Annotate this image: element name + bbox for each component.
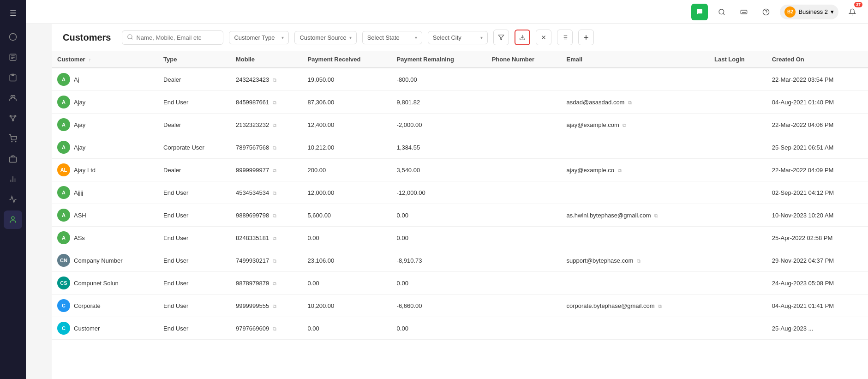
customer-cell: A ASs xyxy=(52,227,158,249)
svg-line-13 xyxy=(13,117,15,120)
export-button[interactable] xyxy=(515,30,530,45)
business-selector[interactable]: B2 Business 2 ▾ xyxy=(780,5,838,19)
table-row[interactable]: A ASH End User9889699798 ⧉5,600.000.00as… xyxy=(52,204,868,227)
svg-point-15 xyxy=(15,141,16,142)
last-login-cell xyxy=(709,159,766,181)
select-state-filter[interactable]: Select State ▾ xyxy=(362,31,422,44)
last-login-cell xyxy=(709,272,766,295)
table-row[interactable]: A Ajay Corporate User7897567568 ⧉10,212.… xyxy=(52,136,868,159)
copy-mobile-icon[interactable]: ⧉ xyxy=(273,326,276,332)
copy-mobile-icon[interactable]: ⧉ xyxy=(273,77,276,83)
payment-received-cell: 12,000.00 xyxy=(302,181,391,204)
sidebar-item-home[interactable] xyxy=(4,28,22,46)
mobile-cell: 2432423423 ⧉ xyxy=(230,68,302,91)
type-cell: End User xyxy=(158,181,230,204)
payment-remaining-cell: 9,801.82 xyxy=(391,91,486,114)
sidebar-hamburger[interactable]: ☰ xyxy=(4,4,22,22)
payment-remaining-cell: -6,660.00 xyxy=(391,295,486,317)
table-row[interactable]: CS Compunet Solun End User9878979879 ⧉0.… xyxy=(52,272,868,295)
email-cell xyxy=(561,136,709,159)
table-row[interactable]: A Ajay End User8459987661 ⧉87,306.009,80… xyxy=(52,91,868,114)
table-row[interactable]: C Customer End User9797669609 ⧉0.000.002… xyxy=(52,317,868,340)
table-row[interactable]: A Ajjjj End User4534534534 ⧉12,000.00-12… xyxy=(52,181,868,204)
table-row[interactable]: A ASs End User8248335181 ⧉0.000.0025-Apr… xyxy=(52,227,868,249)
col-customer[interactable]: Customer ↑ xyxy=(52,51,158,68)
last-login-cell xyxy=(709,136,766,159)
copy-email-icon[interactable]: ⧉ xyxy=(654,213,658,219)
payment-received-cell: 12,400.00 xyxy=(302,114,391,136)
type-cell: End User xyxy=(158,295,230,317)
customer-source-label: Customer Source xyxy=(299,34,346,41)
payment-remaining-cell: 1,384.55 xyxy=(391,136,486,159)
help-button[interactable] xyxy=(758,4,774,20)
clear-filter-button[interactable] xyxy=(536,30,551,45)
columns-button[interactable] xyxy=(557,30,573,45)
created-on-cell: 25-Sep-2021 06:51 AM xyxy=(766,136,868,159)
phone-cell xyxy=(486,204,561,227)
copy-mobile-icon[interactable]: ⧉ xyxy=(273,100,276,106)
col-email: Email xyxy=(561,51,709,68)
phone-cell xyxy=(486,114,561,136)
search-box[interactable] xyxy=(122,30,223,45)
search-button[interactable] xyxy=(713,4,730,20)
col-payment-received: Payment Received xyxy=(302,51,391,68)
customers-table: Customer ↑ Type Mobile Payment Received … xyxy=(52,51,868,340)
keyboard-button[interactable] xyxy=(736,4,752,20)
copy-mobile-icon[interactable]: ⧉ xyxy=(273,258,276,264)
add-customer-button[interactable] xyxy=(578,30,594,45)
sidebar-item-flow[interactable] xyxy=(4,109,22,127)
mobile-cell: 4534534534 ⧉ xyxy=(230,181,302,204)
copy-mobile-icon[interactable]: ⧉ xyxy=(273,190,276,196)
payment-received-cell: 0.00 xyxy=(302,272,391,295)
copy-email-icon[interactable]: ⧉ xyxy=(628,100,632,106)
copy-email-icon[interactable]: ⧉ xyxy=(618,168,622,174)
table-row[interactable]: A Aj Dealer2432423423 ⧉19,050.00-800.002… xyxy=(52,68,868,91)
sidebar-item-packages[interactable] xyxy=(4,150,22,168)
sidebar-item-reports[interactable] xyxy=(4,190,22,209)
avatar: CS xyxy=(57,277,70,289)
payment-received-cell: 19,050.00 xyxy=(302,68,391,91)
copy-email-icon[interactable]: ⧉ xyxy=(637,258,641,264)
chat-button[interactable] xyxy=(691,4,708,20)
copy-email-icon[interactable]: ⧉ xyxy=(658,303,662,309)
sidebar-item-analytics[interactable] xyxy=(4,170,22,188)
email-cell xyxy=(561,227,709,249)
copy-mobile-icon[interactable]: ⧉ xyxy=(273,281,276,287)
avatar: A xyxy=(57,141,70,154)
customer-cell: CS Compunet Solun xyxy=(52,272,158,295)
created-on-cell: 25-Apr-2022 02:58 PM xyxy=(766,227,868,249)
copy-mobile-icon[interactable]: ⧉ xyxy=(273,145,276,151)
created-on-cell: 22-Mar-2022 03:54 PM xyxy=(766,68,868,91)
svg-line-22 xyxy=(724,13,725,15)
copy-mobile-icon[interactable]: ⧉ xyxy=(273,235,276,241)
copy-mobile-icon[interactable]: ⧉ xyxy=(273,122,276,128)
last-login-cell xyxy=(709,181,766,204)
notification-button[interactable]: 37 xyxy=(844,4,861,20)
sidebar-item-cart[interactable] xyxy=(4,129,22,148)
copy-mobile-icon[interactable]: ⧉ xyxy=(273,303,276,309)
last-login-cell xyxy=(709,204,766,227)
table-row[interactable]: AL Ajay Ltd Dealer9999999977 ⧉200.003,54… xyxy=(52,159,868,181)
sidebar-item-contacts[interactable] xyxy=(4,89,22,107)
email-cell: ajay@example.co ⧉ xyxy=(561,159,709,181)
customers-table-container: Customer ↑ Type Mobile Payment Received … xyxy=(52,51,868,379)
email-cell: support@bytephase.com ⧉ xyxy=(561,249,709,272)
copy-email-icon[interactable]: ⧉ xyxy=(623,122,626,128)
table-row[interactable]: A Ajay Dealer2132323232 ⧉12,400.00-2,000… xyxy=(52,114,868,136)
phone-cell xyxy=(486,68,561,91)
customer-source-filter[interactable]: Customer Source ▾ xyxy=(294,31,356,44)
copy-mobile-icon[interactable]: ⧉ xyxy=(273,168,276,174)
avatar: A xyxy=(57,186,70,199)
table-row[interactable]: C Corporate End User9999999555 ⧉10,200.0… xyxy=(52,295,868,317)
filter-button[interactable] xyxy=(493,30,509,45)
mobile-cell: 9878979879 ⧉ xyxy=(230,272,302,295)
sidebar-item-users[interactable] xyxy=(4,211,22,229)
select-city-filter[interactable]: Select City ▾ xyxy=(428,31,488,44)
customer-type-filter[interactable]: Customer Type ▾ xyxy=(229,31,289,44)
search-input[interactable] xyxy=(136,34,218,41)
copy-mobile-icon[interactable]: ⧉ xyxy=(273,213,276,219)
sidebar-item-clipboard[interactable] xyxy=(4,68,22,87)
sidebar-item-documents[interactable] xyxy=(4,48,22,66)
last-login-cell xyxy=(709,249,766,272)
table-row[interactable]: CN Company Number End User7499930217 ⧉23… xyxy=(52,249,868,272)
